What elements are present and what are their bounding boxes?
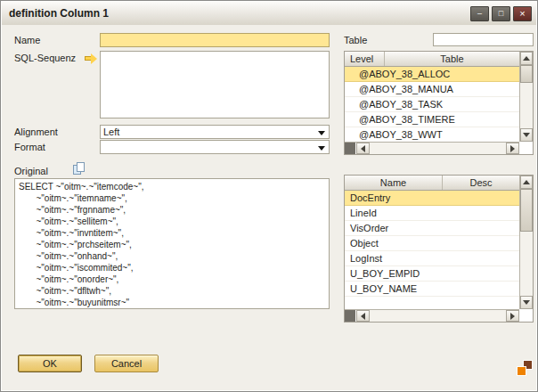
name-input[interactable] — [100, 33, 330, 47]
chevron-down-icon — [318, 146, 325, 151]
scroll-left-icon[interactable] — [356, 310, 370, 322]
cancel-button[interactable]: Cancel — [94, 355, 159, 372]
scrollbar-track[interactable] — [370, 143, 506, 154]
fields-grid-header: Name Desc — [345, 176, 519, 191]
field-row[interactable]: U_BOY_EMPID — [345, 266, 519, 282]
chevron-down-icon — [318, 131, 325, 135]
description-column-header[interactable]: Desc — [443, 176, 519, 190]
tables-grid-main: Level Table @ABOY_38_ALLOC @ABOY_38_MANU… — [345, 52, 519, 142]
link-arrow-tip — [91, 53, 97, 64]
field-row[interactable]: DocEntry — [345, 191, 519, 206]
alignment-value: Left — [103, 127, 119, 137]
original-sql-text[interactable]: SELECT ~"oitm~.~"itemcode~", ~"oitm~.~"i… — [14, 178, 330, 309]
name-column-header[interactable]: Name — [345, 176, 443, 190]
window-controls: – □ × — [470, 6, 532, 21]
sql-sequenz-textarea[interactable] — [100, 51, 330, 118]
sql-sequenz-label: SQL-Sequenz — [14, 53, 76, 63]
expand-form-icon[interactable] — [517, 360, 533, 376]
link-arrow-icon[interactable] — [85, 53, 98, 63]
link-arrow-bar — [85, 56, 91, 61]
scroll-up-icon[interactable] — [520, 52, 533, 65]
table-input[interactable] — [433, 33, 534, 46]
scrollbar-track[interactable] — [370, 310, 506, 322]
field-row[interactable]: U_BOY_NAME — [345, 282, 519, 297]
copy-icon-front — [77, 162, 85, 172]
scroll-up-icon[interactable] — [520, 176, 533, 189]
scrollbar-track[interactable] — [520, 65, 533, 128]
horizontal-scrollbar[interactable] — [345, 142, 519, 154]
scrollbar-track[interactable] — [520, 189, 533, 296]
horizontal-scrollbar[interactable] — [345, 309, 519, 322]
close-icon[interactable]: × — [513, 6, 532, 21]
table-row[interactable]: @ABOY_38_TIMERE — [345, 112, 519, 127]
dialog-body: Name SQL-Sequenz Alignment Left Format O… — [2, 25, 536, 390]
table-label: Table — [344, 35, 367, 45]
table-row[interactable]: @ABOY_38_MANUA — [345, 82, 519, 97]
grid-corner — [345, 143, 356, 154]
scroll-right-icon[interactable] — [506, 310, 519, 322]
field-row[interactable]: Object — [345, 236, 519, 251]
table-row[interactable]: @ABOY_38_ALLOC — [345, 67, 519, 82]
scrollbar-thumb[interactable] — [520, 65, 533, 83]
window-title: definition Column 1 — [9, 2, 109, 25]
table-row[interactable]: @ABOY_38_WWT — [345, 127, 519, 142]
name-label: Name — [14, 35, 40, 45]
original-label: Original — [14, 166, 48, 176]
refresh-original-icon[interactable] — [73, 162, 86, 176]
table-row[interactable]: @ABOY_38_TASK — [345, 97, 519, 112]
title-bar[interactable]: definition Column 1 – □ × — [2, 2, 536, 26]
alignment-select[interactable]: Left — [100, 125, 330, 139]
scroll-right-icon[interactable] — [506, 143, 519, 154]
field-row[interactable]: VisOrder — [345, 221, 519, 236]
ok-button[interactable]: OK — [18, 355, 82, 372]
field-row[interactable]: LogInst — [345, 251, 519, 266]
alignment-label: Alignment — [14, 127, 58, 137]
expand-form-front-square — [517, 366, 526, 376]
level-column-header[interactable]: Level — [345, 52, 385, 66]
tables-grid-header: Level Table — [345, 52, 519, 67]
scroll-down-icon[interactable] — [520, 296, 533, 309]
scroll-down-icon[interactable] — [520, 128, 533, 142]
format-label: Format — [14, 142, 45, 152]
format-select[interactable] — [100, 140, 330, 154]
definition-column-dialog: definition Column 1 – □ × Name SQL-Seque… — [0, 0, 538, 392]
tables-grid: Level Table @ABOY_38_ALLOC @ABOY_38_MANU… — [344, 51, 534, 155]
scrollbar-thumb[interactable] — [520, 189, 533, 232]
field-row[interactable]: LineId — [345, 206, 519, 221]
table-column-header[interactable]: Table — [385, 52, 519, 66]
grid-corner — [345, 310, 356, 322]
fields-grid-main: Name Desc DocEntry LineId VisOrder Objec… — [345, 176, 519, 309]
minimize-icon[interactable]: – — [470, 6, 489, 21]
vertical-scrollbar[interactable] — [519, 52, 533, 142]
scroll-left-icon[interactable] — [356, 143, 370, 154]
vertical-scrollbar[interactable] — [519, 176, 533, 309]
fields-grid: Name Desc DocEntry LineId VisOrder Objec… — [344, 175, 534, 323]
maximize-icon[interactable]: □ — [492, 6, 510, 21]
